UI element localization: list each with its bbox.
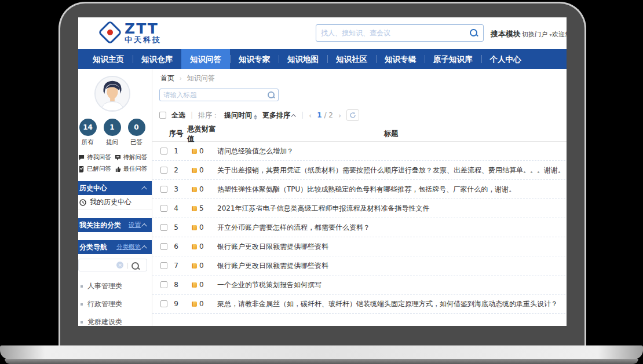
- question-bubble-icon: [115, 155, 121, 161]
- row-checkbox[interactable]: [160, 148, 167, 155]
- reward-value: 0: [199, 242, 204, 251]
- more-sort-button[interactable]: 更多排序: [262, 111, 296, 120]
- quick-link-wait-me[interactable]: 待我回答: [78, 153, 114, 161]
- row-number: 5: [167, 223, 185, 231]
- stat-count: 14: [79, 119, 97, 136]
- total-pages: / 2: [324, 111, 333, 119]
- clear-icon[interactable]: ×: [116, 262, 123, 269]
- table-header: 序号 悬赏财富值 标题 提问者: [152, 127, 567, 142]
- search-icon[interactable]: [131, 262, 138, 269]
- global-search-input[interactable]: [316, 29, 470, 37]
- select-all-label[interactable]: 全选: [171, 111, 185, 120]
- category-overview-link[interactable]: 分类概览: [116, 243, 141, 251]
- breadcrumb: 首页 › 知识问答: [160, 73, 567, 83]
- nav-tab[interactable]: 知识专家: [230, 49, 279, 69]
- coin-icon: [192, 225, 197, 230]
- stat-label: 所有: [79, 138, 97, 146]
- main-navbar: 知识主页 知识仓库 知识问答 知识专家 知识地图: [78, 49, 567, 69]
- quick-link-solved[interactable]: 已解问答: [78, 165, 114, 173]
- select-all-checkbox[interactable]: [159, 112, 166, 119]
- table-row: 1 0 请问总经验值怎么增加？ 沈雪: [152, 142, 567, 161]
- question-title-link[interactable]: 请问总经验值怎么增加？: [217, 146, 567, 156]
- question-title-link[interactable]: 开立外币账户需要怎样的流程，都需要什么资料？: [217, 223, 567, 233]
- coin-icon: [192, 302, 197, 307]
- table-row: 8 0 一个企业的节税策划报告如何撰写 徐晓: [152, 275, 567, 295]
- nav-tab[interactable]: 知识主页: [84, 49, 133, 69]
- next-page-arrow[interactable]: ›: [338, 111, 341, 120]
- laptop-base-lip: [5, 359, 638, 364]
- stat-item[interactable]: 14 所有: [79, 119, 97, 146]
- question-table: 1 0 请问总经验值怎么增加？ 沈雪 2: [152, 142, 567, 314]
- chevron-up-icon: [141, 223, 147, 229]
- current-page: 1: [317, 111, 322, 119]
- nav-tab[interactable]: 个人中心: [481, 49, 530, 69]
- question-title-link[interactable]: 关于出差报销，其费用凭证（纸质材料）需要按照什么顺序进行叠放？发票、出差流程、费…: [217, 166, 567, 175]
- user-avatar[interactable]: [94, 76, 130, 112]
- nav-tab[interactable]: 知识问答: [181, 49, 230, 69]
- app-page: ® ZTT 中天科技 搜本模块 切换门户 ▾ 欢迎您: [78, 17, 567, 326]
- logo-company-text: 中天科技: [125, 36, 162, 43]
- list-toolbar: 全选 | 排序： 提问时间 更多排序 | ‹ 1 / 2: [159, 109, 567, 121]
- global-search-box: [316, 24, 484, 42]
- logo-brand-text: ZTT: [125, 21, 162, 36]
- stat-label: 已答: [128, 138, 145, 146]
- category-nav-header[interactable]: 分类导航 分类概览: [78, 240, 152, 254]
- sort-field-button[interactable]: 提问时间: [224, 111, 257, 120]
- settings-link[interactable]: 设置: [129, 221, 141, 229]
- title-search-input[interactable]: [160, 91, 268, 98]
- switch-portal-dropdown[interactable]: 切换门户 ▾: [522, 30, 552, 39]
- title-search-box: [159, 89, 279, 101]
- header-reward: 悬赏财富值: [185, 124, 217, 144]
- stat-count: 1: [104, 119, 121, 136]
- nav-tab[interactable]: 知识仓库: [133, 49, 181, 69]
- bullet-icon: [81, 303, 83, 306]
- row-number: 3: [167, 185, 185, 193]
- history-section-header[interactable]: 历史中心: [78, 181, 152, 195]
- row-number: 6: [167, 242, 185, 251]
- row-checkbox[interactable]: [160, 262, 167, 269]
- breadcrumb-home[interactable]: 首页: [160, 74, 174, 82]
- header-no: 序号: [167, 129, 185, 139]
- category-search-input[interactable]: [82, 262, 114, 269]
- search-module-button[interactable]: 搜本模块: [491, 29, 521, 39]
- quick-link-unsolved[interactable]: 待解问答: [115, 153, 150, 161]
- search-icon[interactable]: [470, 29, 478, 37]
- question-title-link[interactable]: 一个企业的节税策划报告如何撰写: [217, 280, 567, 290]
- prev-page-arrow[interactable]: ‹: [309, 111, 312, 120]
- table-row: 5 0 开立外币账户需要怎样的流程，都需要什么资料？ 陈利: [152, 218, 567, 237]
- question-title-link[interactable]: 2021年江苏省电子信息类高级工程师申报流程及材料准备指导性文件: [217, 204, 567, 214]
- ztt-logo[interactable]: ® ZTT 中天科技: [101, 21, 162, 43]
- question-title-link[interactable]: 银行账户更改日限额需提供哪些资料: [217, 261, 567, 271]
- question-title-link[interactable]: 栗总，请教非金属丝（如，碳纤杆、玻纤杆）铠装缆端头固定原理方式，如何借鉴到海底动…: [217, 299, 567, 309]
- followed-categories-header[interactable]: 我关注的分类 设置: [78, 218, 152, 232]
- row-checkbox[interactable]: [160, 300, 167, 307]
- category-item[interactable]: 行政管理类: [78, 295, 152, 313]
- quick-links: 待我回答 待解问答 已解问答 最佳问答: [78, 146, 152, 173]
- reward-value: 0: [199, 281, 204, 289]
- stat-item[interactable]: 0 已答: [128, 119, 145, 146]
- my-history-item[interactable]: 我的历史中心: [78, 195, 152, 210]
- row-checkbox[interactable]: [160, 281, 167, 288]
- search-icon[interactable]: [268, 91, 275, 98]
- nav-tab[interactable]: 知识地图: [279, 49, 327, 69]
- nav-tab[interactable]: 原子知识库: [425, 49, 481, 69]
- nav-tab[interactable]: 知识社区: [327, 49, 376, 69]
- category-item[interactable]: 党群建设类: [78, 313, 152, 326]
- stat-item[interactable]: 1 提问: [104, 119, 121, 146]
- nav-tab[interactable]: 知识专辑: [376, 49, 425, 69]
- quick-link-best[interactable]: 最佳问答: [115, 165, 150, 173]
- refresh-button[interactable]: [346, 109, 359, 121]
- row-checkbox[interactable]: [160, 167, 167, 174]
- laptop-base: [0, 345, 643, 359]
- speech-bubble-icon: [78, 155, 85, 161]
- row-checkbox[interactable]: [160, 243, 167, 250]
- welcome-text: 欢迎您: [552, 30, 567, 39]
- row-checkbox[interactable]: [160, 224, 167, 231]
- stat-label: 提问: [104, 138, 121, 146]
- breadcrumb-current: 知识问答: [187, 74, 215, 82]
- question-title-link[interactable]: 银行账户更改日限额需提供哪些资料: [217, 242, 567, 252]
- row-checkbox[interactable]: [160, 205, 167, 212]
- row-checkbox[interactable]: [160, 186, 167, 193]
- question-title-link[interactable]: 热塑性弹性体聚氨酯（TPU）比较成熟稳定的色母料有哪些推荐，包括牌号、厂家什么的…: [217, 185, 567, 194]
- category-item[interactable]: 人事管理类: [78, 277, 152, 295]
